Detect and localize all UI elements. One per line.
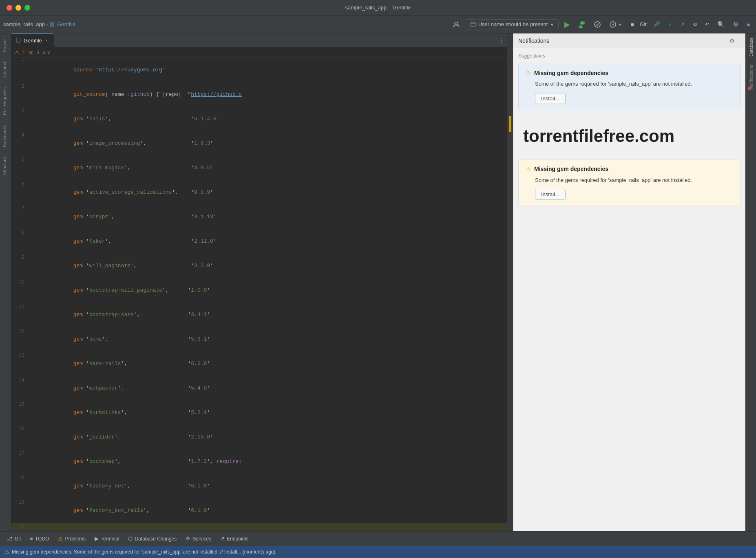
todo-icon: ≡ — [30, 536, 33, 542]
file-name[interactable]: Gemfile — [57, 21, 75, 27]
notif-body-2: Some of the gems required for 'sample_ra… — [535, 176, 734, 184]
code-editor[interactable]: 1 source 'https://rubygems.org' 2 git_so… — [11, 58, 507, 531]
window-title: sample_rails_app – Gemfile — [345, 4, 411, 11]
todo-tab-label: TODO — [35, 536, 49, 542]
bottom-tab-git[interactable]: ⎇ Git — [2, 534, 25, 543]
install-button-1[interactable]: Install... — [535, 93, 566, 104]
warning-icon: ⚠ — [15, 50, 19, 55]
notif-warning-icon-2: ⚠ — [525, 165, 531, 173]
code-line-16: 16 gem 'jbuilder', '2.10.0' — [11, 425, 507, 450]
breadcrumb: sample_rails_app › Gemfile — [3, 21, 75, 27]
code-line-2: 2 git_source( name :github) { |repo| "ht… — [11, 82, 507, 107]
settings-panel-icon[interactable]: ⚙ — [729, 38, 735, 44]
git-push-button[interactable]: ↗ — [678, 20, 687, 29]
endpoints-tab-label: Endpoints — [227, 536, 248, 542]
run-button[interactable]: ▶ — [562, 18, 573, 31]
code-line-12: 12 gem 'puma', '5.3.1' — [11, 327, 507, 352]
notif-header-1: ⚠ Missing gem dependencies — [525, 69, 734, 77]
sidebar-item-commit[interactable]: Commit — [0, 57, 11, 82]
project-name[interactable]: sample_rails_app — [3, 21, 45, 27]
stop-button[interactable]: ■ — [628, 20, 636, 29]
tab-label: Gemfile — [24, 38, 42, 44]
right-panel-actions: ⚙ − — [729, 38, 741, 44]
problems-tab-label: Problems — [65, 536, 86, 542]
main-toolbar: sample_rails_app › Gemfile User name sho… — [0, 16, 756, 33]
settings-button[interactable]: ⚙ — [731, 19, 741, 30]
dropdown-arrow-icon — [618, 22, 622, 27]
updates-button[interactable]: ● — [744, 19, 753, 29]
build-icon — [578, 21, 586, 28]
code-line-3: 3 gem 'rails', '6.1.4.6' — [11, 107, 507, 131]
left-panel-tabs: Project Commit Pull Requests Bookmarks S… — [0, 33, 11, 531]
tab-close-button[interactable]: × — [44, 38, 49, 43]
watermark-text: torrentfilefree.com — [518, 117, 741, 156]
tab-file-icon — [16, 38, 21, 43]
git-bottom-icon: ⎇ — [7, 536, 13, 542]
endpoints-icon: ↗ — [220, 536, 225, 542]
search-button[interactable]: 🔍 — [715, 19, 727, 30]
db-changes-icon: ⬡ — [128, 536, 133, 542]
user-avatar-button[interactable] — [450, 19, 462, 30]
profile-dropdown-button[interactable] — [607, 19, 625, 30]
run-config-icon — [609, 21, 617, 28]
bottom-tab-problems[interactable]: ⚠ Problems — [54, 534, 90, 543]
notif-title-2: Missing gem dependencies — [534, 166, 608, 172]
sidebar-item-pull-requests[interactable]: Pull Requests — [0, 82, 11, 120]
services-tab-label: Services — [192, 536, 211, 542]
bottom-tab-db-changes[interactable]: ⬡ Database Changes — [124, 534, 181, 543]
window-controls — [7, 5, 30, 11]
notifications-panel: Notifications ⚙ − Suggestions ⚠ Missing … — [513, 33, 745, 531]
sidebar-tab-database[interactable]: Database — [747, 33, 755, 61]
code-line-11: 11 gem 'bootstrap-sass', '3.4.1' — [11, 303, 507, 327]
close-button[interactable] — [7, 5, 12, 11]
minimize-panel-icon[interactable]: − — [737, 38, 741, 44]
tab-more-button[interactable]: ⋮ — [495, 37, 507, 43]
git-rollback-button[interactable]: ↶ — [703, 20, 712, 29]
install-button-2[interactable]: Install... — [535, 189, 566, 200]
file-icon — [50, 22, 55, 27]
tab-gemfile[interactable]: Gemfile × — [11, 33, 54, 47]
maximize-button[interactable] — [24, 5, 30, 11]
svg-point-8 — [595, 22, 600, 27]
status-bar: ⚠ Missing gem dependencies: Some of the … — [0, 546, 756, 558]
coverage-button[interactable] — [591, 19, 603, 30]
services-icon: ⚙ — [186, 536, 190, 542]
sidebar-item-structure[interactable]: Structure — [0, 152, 11, 180]
navigation-arrows: ∧ ∨ — [42, 50, 51, 55]
bottom-tab-terminal[interactable]: ▶ Terminal — [91, 534, 123, 543]
sidebar-item-bookmarks[interactable]: Bookmarks — [0, 120, 11, 152]
git-edit-button[interactable] — [651, 20, 663, 29]
suggestions-label: Suggestions — [518, 53, 741, 59]
status-warning-icon: ⚠ — [5, 549, 9, 555]
right-panel-title: Notifications — [518, 38, 549, 44]
notif-warning-icon-1: ⚠ — [525, 69, 531, 77]
db-changes-tab-label: Database Changes — [135, 536, 177, 542]
code-line-17: 17 gem 'bootsnap', '1.7.2', require: — [11, 450, 507, 474]
user-dropdown-label: User name should be present — [478, 21, 548, 27]
right-panel-header: Notifications ⚙ − — [513, 33, 745, 48]
scroll-indicator — [509, 116, 511, 132]
notif-header-2: ⚠ Missing gem dependencies — [525, 165, 734, 173]
code-line-13: 13 gem 'sass-rails', '6.0.0' — [11, 352, 507, 376]
git-label: Git: — [640, 21, 648, 27]
notification-card-1: ⚠ Missing gem dependencies Some of the g… — [518, 63, 741, 110]
right-panel-content: Suggestions ⚠ Missing gem dependencies S… — [513, 48, 745, 531]
next-arrow[interactable]: ∨ — [47, 50, 51, 55]
sidebar-tab-notifications[interactable]: Notifications — [747, 61, 755, 93]
bottom-tab-endpoints[interactable]: ↗ Endpoints — [216, 534, 252, 543]
code-line-10: 10 gem 'bootstrap-will_paginate', '1.0.0… — [11, 278, 507, 303]
warnings-bar: ⚠ 1 3 ∧ ∨ — [11, 47, 507, 58]
terminal-icon: ▶ — [95, 536, 99, 542]
chevron-down-icon — [550, 22, 554, 27]
prev-arrow[interactable]: ∧ — [42, 50, 46, 55]
bottom-tab-todo[interactable]: ≡ TODO — [26, 534, 53, 543]
sidebar-item-project[interactable]: Project — [0, 33, 11, 57]
status-text: Missing gem dependencies: Some of the ge… — [12, 549, 275, 555]
git-check-button[interactable]: ✓ — [666, 20, 675, 29]
user-dropdown[interactable]: User name should be present — [466, 19, 559, 29]
git-history-button[interactable]: ⟲ — [690, 20, 699, 29]
code-line-20: 20 gem 'rbs' — [11, 523, 507, 531]
minimize-button[interactable] — [15, 5, 21, 11]
bottom-tab-services[interactable]: ⚙ Services — [181, 534, 215, 543]
build-button[interactable] — [576, 19, 588, 30]
